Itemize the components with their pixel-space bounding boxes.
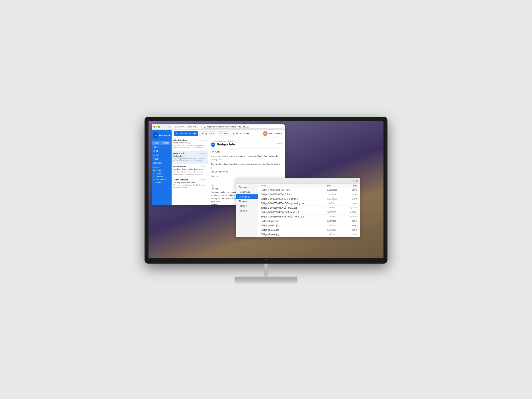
- mail-logo-text: smail.mail: [159, 134, 170, 137]
- file-row-10[interactable]: Bridge-photo-4.jpg 11/2/2020 713kb: [258, 232, 360, 237]
- reading-subject: Bridges Info: [217, 143, 235, 146]
- reading-body: Hey Avery, The bridges deck is complete.…: [211, 150, 282, 178]
- body-para2: Once we have the information in place, l…: [211, 163, 282, 169]
- label-legal[interactable]: Legal: [152, 172, 171, 175]
- mail-sidebar: ✉ smail.mail Inbox 1,939 Sent Draft: [152, 130, 171, 205]
- compose-button[interactable]: ✏ Compose Message: [174, 131, 198, 136]
- file-sidebar-folder1[interactable]: Folder 1: [236, 204, 258, 208]
- finance-label: Finance: [156, 169, 163, 171]
- sidebar-item-trash[interactable]: Trash: [152, 157, 171, 161]
- body-para1: The bridges deck is complete. There will…: [211, 155, 282, 161]
- browser-chrome: ← → ↻ SMAIL.MAIL - Email info... 🔒 https…: [152, 124, 285, 130]
- sidebar-item-reminder[interactable]: Reminder: [152, 161, 171, 165]
- label-promotional[interactable]: Promotional: [152, 178, 171, 181]
- browser-tab[interactable]: SMAIL.MAIL - Email info...: [172, 125, 200, 129]
- file-minimize-button[interactable]: —: [350, 179, 352, 183]
- mail-logo: ✉ smail.mail: [152, 132, 171, 141]
- file-size-7: 945kb: [345, 220, 357, 222]
- creative-label: Creative: [156, 175, 163, 177]
- file-list-header: Name Date Size: [258, 184, 360, 188]
- file-maximize-button[interactable]: □: [353, 179, 355, 183]
- undo-icon[interactable]: ↩: [236, 132, 238, 135]
- file-row-3[interactable]: Bridge-1-1606650437616-3-engineering.doc…: [258, 201, 360, 206]
- file-size-9: 931kb: [345, 229, 357, 231]
- browser-nav: ← → ↻: [161, 125, 171, 128]
- file-row-7[interactable]: Bridge-photo-1.jpg 11/2/2020 945kb: [258, 219, 360, 223]
- file-sidebar-desktop[interactable]: Desktop: [236, 185, 258, 190]
- file-row-9[interactable]: Bridge-photo-3.jpg 11/2/2020 931kb: [258, 228, 360, 232]
- file-name-3: Bridge-1-1606650437616-3-engineering.doc: [261, 202, 327, 205]
- file-name-1: Bridge-1-1606650437616-2.doc: [261, 193, 327, 196]
- draft-label: Draft: [153, 150, 158, 152]
- file-close-button[interactable]: ✕: [356, 179, 358, 183]
- file-date-6: 12/12/2020: [327, 215, 345, 218]
- mail-item-1[interactable]: Allie Christine 5:06 PM Parks Photoshoot…: [171, 137, 208, 151]
- inbox-badge: 1,939: [163, 142, 169, 144]
- mail-item-3[interactable]: Oliver Brooks 4:12 PM Feedback from Evan…: [171, 164, 208, 177]
- mail-logo-icon: ✉: [153, 132, 158, 139]
- file-row-8[interactable]: Bridge-photo-2.jpg 11/2/2020 872kb: [258, 223, 360, 228]
- label-finance[interactable]: Finance: [152, 169, 171, 172]
- legal-dot: [153, 173, 155, 174]
- file-date-8: 11/2/2020: [327, 224, 345, 227]
- file-row-6[interactable]: Bridge-1-1606650437616-FINAL-FINAL.ppt 1…: [258, 215, 360, 219]
- file-date-0: 11/30/2020: [327, 189, 345, 191]
- reading-header: Nico Schultz to Avery Colette N Bridges …: [211, 140, 282, 149]
- search-button[interactable]: 🔍 Search: [217, 132, 231, 135]
- settings-icon[interactable]: ⚙: [243, 132, 245, 135]
- redo-icon[interactable]: ↪: [239, 132, 241, 135]
- monitor-bottom-bar: h: [149, 258, 383, 261]
- time-3: 4:12 PM: [200, 165, 206, 168]
- forward-button[interactable]: →: [165, 125, 168, 128]
- close-dot[interactable]: [153, 126, 155, 128]
- mail-item-4[interactable]: Jaden Christian 3:47 PM Security Awarene…: [171, 177, 208, 190]
- mail-item-2[interactable]: Nico Schultz 5:01 PM Bridges Info The br…: [171, 151, 208, 164]
- file-name-9: Bridge-photo-3.jpg: [261, 229, 327, 231]
- sender-3: Oliver Brooks: [173, 165, 186, 168]
- time-4: 3:47 PM: [200, 179, 206, 181]
- social-dot: [153, 182, 155, 184]
- url-bar[interactable]: 🔒 https://smail.mail/10305/vegdrive/7738…: [202, 125, 283, 129]
- file-row-1[interactable]: Bridge-1-1606650437616-2.doc 11/30/2020 …: [258, 192, 360, 197]
- file-size-0: 144kb: [345, 189, 357, 191]
- user-name: Avery Colette: [268, 132, 280, 134]
- label-social[interactable]: Social: [152, 181, 171, 184]
- file-row-5[interactable]: Bridge-1-1606650437616-FINAL-2.ppt 12/9/…: [258, 210, 360, 215]
- user-avatar: AC: [263, 131, 267, 136]
- file-row-0[interactable]: Bridge-1-1606650437616.doc 11/30/2020 14…: [258, 188, 360, 192]
- sidebar-item-draft[interactable]: Draft: [152, 149, 171, 153]
- file-date-5: 12/9/2020: [327, 211, 345, 214]
- sidebar-item-inbox[interactable]: Inbox 1,939: [152, 141, 171, 145]
- refresh-button[interactable]: ↻: [168, 125, 171, 128]
- back-button[interactable]: ←: [161, 125, 164, 128]
- file-sidebar-folder2[interactable]: Folder 2: [236, 208, 258, 213]
- file-row-2[interactable]: Bridge-1-1606650437616-2-legal.doc 11/30…: [258, 197, 360, 201]
- greeting: Hey Avery,: [211, 150, 282, 153]
- subject-3: Feedback from Evan is Thumbs Up: [173, 168, 206, 171]
- preview-1: Hey team, we've got the first round of s…: [173, 144, 206, 149]
- minimize-dot[interactable]: [156, 126, 158, 128]
- sidebar-item-junk[interactable]: Junk: [152, 153, 171, 157]
- user-chevron-icon[interactable]: ▾: [281, 132, 282, 134]
- monitor-wrapper: ← → ↻ SMAIL.MAIL - Email info... 🔒 https…: [145, 117, 387, 282]
- delete-icon[interactable]: 🗑: [232, 132, 235, 135]
- file-date-10: 11/2/2020: [327, 233, 345, 236]
- maximize-dot[interactable]: [158, 126, 160, 128]
- file-size-10: 713kb: [345, 233, 357, 236]
- file-row-4[interactable]: Bridge-1-1606650437616-FINAL.ppt 12/8/20…: [258, 206, 360, 210]
- monitor-frame: ← → ↻ SMAIL.MAIL - Email info... 🔒 https…: [145, 117, 387, 264]
- monitor-stand-neck: [259, 264, 273, 277]
- file-browser-body: Desktop Downloads Documents Pictures Fol…: [236, 184, 360, 237]
- file-size-6: 5,129kb: [345, 215, 357, 218]
- sidebar-item-sent[interactable]: Sent: [152, 145, 171, 149]
- label-creative[interactable]: Creative: [152, 175, 171, 178]
- subject-4: Security Awareness Sheet: [173, 181, 206, 184]
- labels-heading: Labels: [152, 165, 171, 169]
- more-icon[interactable]: •••: [246, 132, 249, 135]
- promotional-dot: [153, 179, 155, 180]
- sort-button[interactable]: Sort by Date ▾: [200, 132, 215, 135]
- file-sidebar-downloads[interactable]: Downloads: [236, 190, 258, 194]
- reading-avatar: N: [211, 143, 215, 147]
- file-sidebar-documents[interactable]: Documents: [236, 194, 258, 199]
- file-sidebar-pictures[interactable]: Pictures: [236, 199, 258, 204]
